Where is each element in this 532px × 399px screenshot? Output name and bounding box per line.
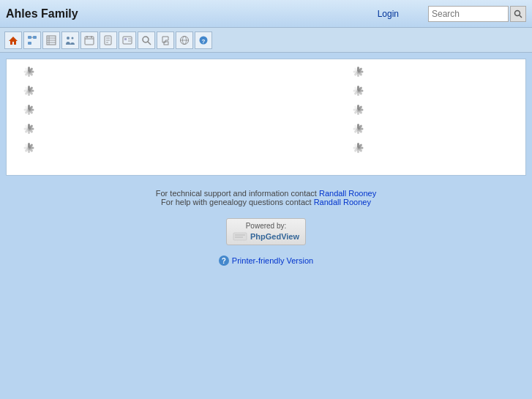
notes-button[interactable] [100,31,117,49]
svg-rect-5 [28,42,31,45]
home-button[interactable] [4,31,22,49]
help-icon: ? [198,35,209,45]
genealogy-help-link[interactable]: Randall Rooney [314,198,371,206]
loading-spinner-left [21,67,36,157]
svg-rect-22 [123,37,132,44]
svg-rect-23 [124,38,127,40]
media-button[interactable] [119,31,136,49]
svg-line-27 [148,42,151,45]
clippings-button[interactable] [157,31,174,49]
svg-point-0 [515,10,520,15]
search-input[interactable] [428,6,509,22]
spinner-item [21,124,36,138]
clippings-icon [160,35,171,45]
login-link[interactable]: Login [378,9,399,19]
phpgedview-logo-icon [233,231,247,242]
svg-marker-2 [9,37,18,45]
notes-icon [103,35,113,45]
languages-icon [179,35,190,45]
calendar-button[interactable] [80,31,98,49]
search-toolbar-button[interactable] [138,31,155,49]
home-icon [8,35,18,45]
spinner-item [351,105,365,119]
svg-line-1 [520,15,522,18]
media-icon [122,35,132,45]
loading-spinner-right [351,67,365,157]
printer-friendly-help-icon: ? [219,256,229,266]
individual-list-icon [46,35,56,45]
technical-support-link[interactable]: Randall Rooney [319,189,376,198]
pedigree-icon [27,35,37,45]
spinner-item [351,86,365,100]
family-button[interactable] [61,31,79,49]
search-area [428,6,526,22]
svg-rect-34 [233,233,247,240]
svg-rect-14 [85,37,94,45]
genealogy-help-line: For help with genealogy questions contac… [7,198,525,206]
search-icon [514,10,522,18]
spinner-item [21,143,36,157]
spinner-item [351,124,365,138]
languages-button[interactable] [176,31,193,49]
powered-by-container: Powered by: PhpGedView [7,212,525,251]
header: Ahles Family Login [0,0,532,28]
svg-point-26 [143,37,149,42]
svg-text:?: ? [202,38,206,45]
help-button[interactable]: ? [195,31,212,49]
printer-friendly-container: ? Printer-friendly Version [7,256,525,266]
pedigree-button[interactable] [23,31,41,49]
toolbar: ? [0,28,532,53]
family-icon [65,35,75,45]
main-content [6,59,526,176]
footer: For technical support and information co… [0,182,532,273]
genealogy-help-text: For help with genealogy questions contac… [161,198,314,206]
spinner-item [21,105,36,119]
site-title: Ahles Family [6,7,378,20]
spinner-item [351,67,365,81]
search-toolbar-icon [141,35,151,45]
svg-rect-4 [33,36,37,39]
powered-by-label: Powered by: [233,222,299,230]
search-button[interactable] [510,6,526,22]
spinner-item [21,86,36,100]
svg-rect-3 [28,36,31,39]
svg-point-12 [67,37,70,40]
spinner-item [351,143,365,157]
svg-point-13 [72,37,74,39]
spinner-item [21,67,36,81]
printer-friendly-link[interactable]: Printer-friendly Version [232,256,313,265]
technical-support-text: For technical support and information co… [156,189,319,198]
calendar-icon [84,35,94,45]
technical-support-line: For technical support and information co… [7,189,525,198]
individual-list-button[interactable] [42,31,60,49]
powered-by-product: PhpGedView [250,232,299,241]
powered-by-badge: Powered by: PhpGedView [226,218,306,245]
